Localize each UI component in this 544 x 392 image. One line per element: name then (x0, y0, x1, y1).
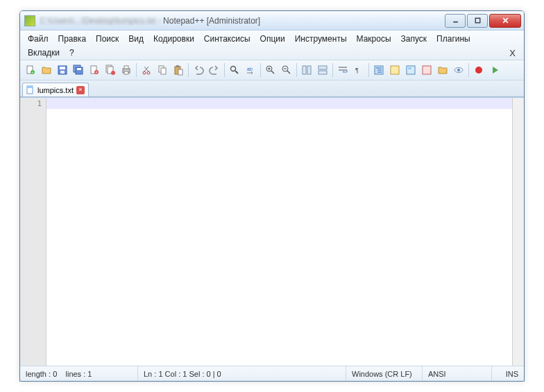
status-mode[interactable]: INS (492, 366, 524, 381)
record-macro-icon[interactable] (471, 62, 486, 78)
sync-h-icon[interactable] (315, 62, 330, 78)
tabbar: lumpics.txt × (20, 80, 524, 97)
svg-point-18 (111, 71, 115, 75)
svg-text:+: + (32, 70, 34, 74)
status-eol[interactable]: Windows (CR LF) (346, 366, 423, 381)
monitor-icon[interactable] (451, 62, 466, 78)
status-position: Ln : 1 Col : 1 Sel : 0 | 0 (138, 366, 346, 381)
indent-guide-icon[interactable] (371, 62, 386, 78)
menu-macro[interactable]: Макросы (352, 32, 396, 46)
text-area[interactable] (46, 98, 512, 366)
menu-language[interactable]: Синтаксисы (199, 32, 255, 46)
undo-icon[interactable] (191, 62, 206, 78)
svg-rect-29 (176, 65, 179, 67)
svg-rect-53 (407, 66, 415, 74)
svg-rect-21 (124, 71, 128, 74)
svg-rect-1 (475, 18, 480, 23)
svg-rect-60 (27, 86, 33, 88)
line-number: 1 (20, 99, 42, 108)
zoom-out-icon[interactable] (279, 62, 294, 78)
status-encoding[interactable]: ANSI (423, 366, 492, 381)
svg-rect-30 (178, 69, 182, 75)
menu-encoding[interactable]: Кодировки (148, 32, 199, 46)
show-all-icon[interactable]: ¶ (351, 62, 366, 78)
zoom-in-icon[interactable] (263, 62, 278, 78)
svg-rect-42 (307, 66, 311, 74)
svg-rect-41 (303, 66, 306, 74)
svg-rect-43 (318, 66, 327, 69)
svg-line-37 (271, 71, 274, 74)
open-file-icon[interactable] (39, 62, 54, 78)
svg-point-57 (457, 69, 460, 71)
menu-tools[interactable]: Инструменты (290, 32, 352, 46)
app-window: C:\Users\...\Desktop\lumpics.txt - Notep… (19, 10, 525, 382)
svg-rect-20 (124, 66, 128, 69)
minimize-button[interactable] (445, 14, 466, 28)
svg-rect-9 (60, 71, 65, 74)
close-file-icon[interactable]: × (87, 62, 102, 78)
line-gutter: 1 (20, 98, 46, 366)
menu-edit[interactable]: Правка (53, 32, 92, 46)
svg-rect-55 (423, 66, 431, 74)
svg-line-40 (287, 71, 290, 74)
play-macro-icon[interactable] (487, 62, 502, 78)
svg-point-58 (475, 67, 482, 74)
cut-icon[interactable] (139, 62, 154, 78)
svg-rect-12 (77, 68, 81, 70)
print-icon[interactable] (119, 62, 134, 78)
menubar-close-x[interactable]: X (504, 46, 521, 60)
editor: 1 (20, 97, 524, 366)
save-icon[interactable] (55, 62, 70, 78)
current-line-highlight (46, 98, 512, 109)
svg-text:¶: ¶ (355, 67, 359, 74)
menu-window[interactable]: Вкладки (23, 46, 65, 60)
svg-rect-27 (161, 68, 166, 74)
menu-plugins[interactable]: Плагины (432, 32, 475, 46)
menu-run[interactable]: Запуск (396, 32, 432, 46)
redo-icon[interactable] (207, 62, 222, 78)
func-list-icon[interactable] (419, 62, 434, 78)
scrollbar-vertical[interactable] (512, 98, 524, 366)
svg-text:ab: ab (247, 67, 253, 71)
svg-point-31 (231, 67, 236, 71)
lang-panel-icon[interactable] (387, 62, 402, 78)
save-all-icon[interactable] (71, 62, 86, 78)
close-all-icon[interactable] (103, 62, 118, 78)
app-icon (24, 15, 35, 26)
doc-map-icon[interactable] (403, 62, 418, 78)
word-wrap-icon[interactable] (335, 62, 350, 78)
svg-rect-8 (60, 67, 65, 69)
svg-point-23 (147, 71, 150, 74)
svg-point-22 (143, 71, 146, 74)
toolbar: + × ab ¶ (20, 60, 524, 80)
svg-rect-52 (391, 66, 399, 74)
titlebar[interactable]: C:\Users\...\Desktop\lumpics.txt - Notep… (20, 11, 524, 31)
tab-close-icon[interactable]: × (76, 86, 85, 94)
status-length: length : 0 lines : 1 (20, 366, 138, 381)
svg-rect-44 (318, 71, 327, 74)
folder-tree-icon[interactable] (435, 62, 450, 78)
svg-text:×: × (96, 70, 98, 74)
statusbar: length : 0 lines : 1 Ln : 1 Col : 1 Sel … (20, 366, 524, 381)
replace-icon[interactable]: ab (243, 62, 258, 78)
close-button[interactable] (489, 14, 521, 28)
paste-icon[interactable] (171, 62, 186, 78)
window-title: C:\Users\...\Desktop\lumpics.txt - Notep… (40, 16, 445, 26)
file-icon (26, 85, 35, 94)
menubar: Файл Правка Поиск Вид Кодировки Синтакси… (20, 31, 524, 60)
menu-search[interactable]: Поиск (91, 32, 124, 46)
menu-file[interactable]: Файл (23, 32, 53, 46)
new-file-icon[interactable]: + (23, 62, 38, 78)
svg-rect-54 (408, 67, 411, 69)
tab-file[interactable]: lumpics.txt × (22, 83, 89, 96)
tab-label: lumpics.txt (37, 86, 74, 94)
copy-icon[interactable] (155, 62, 170, 78)
sync-v-icon[interactable] (299, 62, 314, 78)
menu-help[interactable]: ? (65, 46, 79, 60)
menu-view[interactable]: Вид (124, 32, 148, 46)
find-icon[interactable] (227, 62, 242, 78)
menu-settings[interactable]: Опции (255, 32, 290, 46)
maximize-button[interactable] (467, 14, 488, 28)
svg-line-32 (235, 71, 238, 74)
